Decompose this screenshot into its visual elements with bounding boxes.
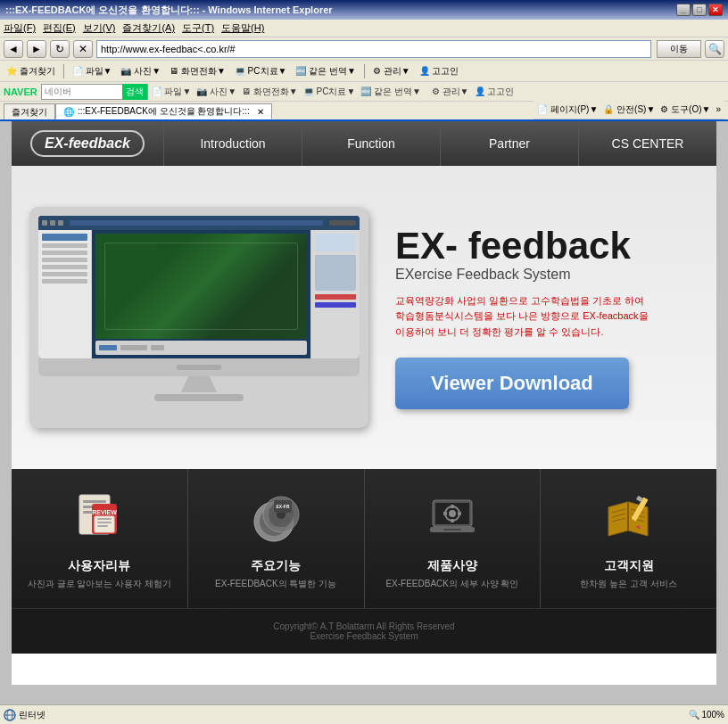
screen-dot2	[50, 220, 55, 226]
toolbar-divider2	[364, 64, 365, 78]
svg-rect-8	[97, 522, 112, 523]
search-icon[interactable]: 🔍	[705, 40, 724, 58]
toolbar-screen[interactable]: 🖥 화면전화▼	[167, 64, 228, 78]
naver-link-screen[interactable]: 🖥 화면전화▼	[242, 86, 298, 98]
hero-desc-line3: 이용하여 보니 더 정확한 평가를 알 수 있습니다.	[395, 326, 603, 337]
toolbar-photo[interactable]: 📷 사진▼	[118, 64, 163, 78]
address-bar-container: ◄ ► ↻ ✕ 이동 🔍	[0, 37, 728, 61]
naver-link-pc[interactable]: 💻 PC치료▼	[303, 86, 356, 98]
svg-rect-23	[451, 505, 454, 508]
minimize-button[interactable]: _	[676, 4, 691, 16]
toolbar-divider	[63, 64, 64, 78]
address-input[interactable]	[101, 44, 647, 54]
monitor	[29, 207, 368, 428]
hero-subtitle: EXercise Feedback System	[395, 267, 699, 283]
toolbar-manage[interactable]: ⚙ 관리▼	[370, 64, 413, 78]
naver-link-translate[interactable]: 🔤 같은 번역▼	[360, 86, 420, 98]
site-logo[interactable]: EX-feedback	[30, 130, 145, 157]
logo-box: EX-feedback	[12, 130, 163, 157]
screen-dot3	[58, 220, 63, 226]
toolbar-bar: ⭐ 즐겨찾기 📄 파일▼ 📷 사진▼ 🖥 화면전화▼ 💻 PC치료▼ 🔤 같은 …	[0, 61, 728, 82]
svg-text:REVIEW: REVIEW	[93, 509, 118, 515]
nav-function[interactable]: Function	[302, 121, 440, 166]
tab-exfeedback[interactable]: 🌐 :::EX-FEEDBACK에 오신것을 환영합니다::: ✕	[55, 103, 272, 119]
svg-rect-7	[97, 518, 112, 520]
pt-safety[interactable]: 🔒 안전(S)▼	[603, 103, 655, 116]
menu-file[interactable]: 파일(F)	[4, 21, 36, 35]
screen-dot1	[42, 220, 47, 226]
close-button[interactable]: ✕	[708, 4, 723, 16]
hero-brand: EX- feedback	[395, 226, 699, 267]
menu-help[interactable]: 도움말(H)	[221, 21, 264, 35]
spec-icon	[421, 487, 484, 549]
pt-page[interactable]: 📄 페이지(P)▼	[537, 103, 598, 116]
website-content: EX-feedback Introduction Function Partne…	[12, 121, 716, 685]
maximize-button[interactable]: □	[692, 4, 707, 16]
viewer-download-button[interactable]: Viewer Download	[395, 358, 629, 409]
hero-text: EX- feedback EXercise Feedback System 교육…	[395, 226, 699, 410]
menu-view[interactable]: 보기(V)	[83, 21, 116, 35]
naver-link-photo[interactable]: 📷 사진▼	[196, 86, 236, 98]
status-zoom-value: 100%	[701, 710, 724, 720]
bottom-title-function: 주요기능	[251, 558, 301, 574]
naver-link-file[interactable]: 📄 파일▼	[152, 86, 192, 98]
toolbar-pc[interactable]: 💻 PC치료▼	[232, 64, 290, 78]
title-bar: :::EX-FEEDBACK에 오신것을 환영합니다::: - Windows …	[0, 0, 728, 20]
footer-line2: Exercise Feedback System	[24, 631, 704, 641]
go-button[interactable]: 이동	[657, 40, 701, 58]
naver-logo: NAVER	[4, 86, 37, 97]
status-mode-text: 린터넷	[19, 709, 46, 721]
tab-exfeedback-label: :::EX-FEEDBACK에 오신것을 환영합니다:::	[78, 105, 250, 118]
toolbar-login[interactable]: 👤 고고인	[417, 64, 462, 78]
naver-search-box[interactable]: 검색	[41, 84, 148, 100]
forward-button[interactable]: ►	[27, 40, 46, 58]
internet-icon	[4, 709, 16, 721]
menu-bar: 파일(F) 편집(E) 보기(V) 즐겨찾기(A) 도구(T) 도움말(H)	[0, 20, 728, 37]
svg-rect-25	[443, 512, 447, 515]
tab-favicon: 🌐	[63, 107, 74, 117]
naver-search-input[interactable]	[42, 86, 122, 96]
naver-link-login[interactable]: 👤 고고인	[475, 86, 515, 98]
bottom-item-support[interactable]: 고객지원 한차원 높은 고객 서비스	[541, 469, 716, 608]
bottom-desc-spec: EX-FEEDBACK의 세부 사양 확인	[385, 578, 518, 590]
bottom-item-spec[interactable]: 제품사양 EX-FEEDBACK의 세부 사양 확인	[365, 469, 542, 608]
screen-main	[92, 230, 310, 358]
nav-partner[interactable]: Partner	[440, 121, 578, 166]
menu-edit[interactable]: 편집(E)	[43, 21, 76, 35]
status-zoom: 🔍 100%	[689, 710, 724, 720]
refresh-button[interactable]: ↻	[50, 40, 70, 58]
status-connection: 린터넷	[4, 709, 682, 721]
site-navigation: EX-feedback Introduction Function Partne…	[12, 121, 716, 166]
hero-desc-line1: 교육역량강화 사업의 일환으로 고수학습법을 기초로 하여	[395, 295, 644, 306]
tab-favorites[interactable]: 즐겨찾기	[4, 103, 55, 119]
back-button[interactable]: ◄	[4, 40, 23, 58]
menu-favorites[interactable]: 즐겨찾기(A)	[122, 21, 175, 35]
toolbar-favorites[interactable]: ⭐ 즐겨찾기	[4, 64, 58, 78]
bottom-item-function[interactable]: EX-FB 주요기능 EX-FEEDBACK의 특별한 기능	[188, 469, 365, 608]
bottom-title-review: 사용자리뷰	[68, 558, 130, 574]
naver-link-manage[interactable]: ⚙ 관리▼	[432, 86, 469, 98]
pt-extra[interactable]: »	[716, 104, 721, 114]
review-icon: REVIEW	[68, 487, 130, 549]
bottom-desc-support: 한차원 높은 고객 서비스	[580, 578, 676, 590]
svg-point-22	[449, 510, 456, 517]
address-bar[interactable]	[96, 40, 651, 58]
screen-video-overlay	[95, 234, 307, 339]
toolbar-file[interactable]: 📄 파일▼	[70, 64, 115, 78]
support-icon	[598, 487, 660, 549]
stop-button[interactable]: ✕	[73, 40, 93, 58]
bottom-item-review[interactable]: REVIEW 사용자리뷰 사진과 글로 알아보는 사용자 체험기	[12, 469, 188, 608]
bottom-section: REVIEW 사용자리뷰 사진과 글로 알아보는 사용자 체험기	[12, 469, 716, 608]
function-icon: EX-FB	[244, 487, 307, 549]
pt-tools[interactable]: ⚙ 도구(O)▼	[660, 103, 710, 116]
menu-tools[interactable]: 도구(T)	[182, 21, 214, 35]
hero-brand-ex: EX-	[395, 225, 458, 267]
tab-close-icon[interactable]: ✕	[257, 107, 264, 117]
hero-brand-feedback: feedback	[468, 225, 631, 267]
toolbar-translate[interactable]: 🔤 같은 번역▼	[293, 64, 358, 78]
naver-search-button[interactable]: 검색	[122, 84, 147, 100]
bottom-title-spec: 제품사양	[427, 558, 477, 574]
hero-image	[29, 207, 368, 428]
nav-introduction[interactable]: Introduction	[163, 121, 302, 166]
nav-cs-center[interactable]: CS CENTER	[578, 121, 716, 166]
